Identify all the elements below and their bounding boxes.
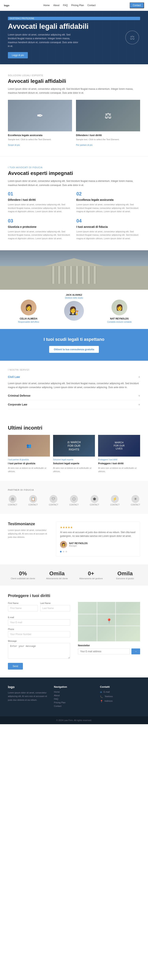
partner-7: ✳ CONTACT: [130, 495, 140, 506]
partner-name-6: CONTACT: [110, 504, 120, 506]
hero-cta-button[interactable]: Leggi di più: [8, 52, 28, 58]
firstname-input[interactable]: [8, 605, 38, 611]
phone-input[interactable]: [8, 631, 70, 638]
service-item-2[interactable]: Criminal Defense ∨: [8, 391, 140, 400]
partner-1: ⚖ CONTACT: [8, 495, 18, 506]
contact-form-grid: First Name Last Name E-mail Phone Messag…: [8, 602, 140, 670]
form-group-email: E-mail: [8, 616, 70, 625]
email-label: E-mail: [8, 616, 70, 619]
service-text-1: Lorem ipsum dolor sit amet, consectetur …: [8, 382, 140, 390]
copyright-text: © 2024 Law Firm. All rights reserved.: [56, 719, 92, 721]
news-image-3: MARCHFOR OURLIVES: [98, 435, 140, 457]
team-card-3: 👩 NAT REYNOLDS Contabile-revisore contab…: [99, 299, 140, 323]
feature-2-text: Lorem ipsum dolor sit amet, consectetur …: [76, 203, 140, 213]
news-text-2: Al vero non ut dolore ex et sollicitudin…: [53, 466, 95, 473]
footer-contact: Contatti ✉ E-mail 📞 Telefono 📍 Indirizzo: [100, 685, 140, 708]
testimonial-dot-3[interactable]: [65, 551, 67, 552]
feature-4-text: Lorem ipsum dolor sit amet, consectetur …: [76, 230, 140, 240]
testimonial-avatar: 👩: [60, 541, 67, 548]
form-submit-button[interactable]: Send: [8, 663, 23, 670]
testimonial-dot-1[interactable]: [60, 551, 62, 552]
court-column-3: [63, 266, 67, 284]
footer-nav-pricing[interactable]: Pricing Plan: [54, 701, 94, 704]
hero-logo-circle: ⚖: [125, 30, 139, 45]
testimonial-author: 👩 NAT REYNOLDS Manager: [60, 541, 136, 548]
email-input[interactable]: [8, 619, 70, 625]
service-item-1[interactable]: Civil Law ∧: [8, 372, 140, 382]
footer-nav-faq[interactable]: FAQ: [54, 698, 94, 700]
partner-6: ⚡ CONTACT: [110, 495, 120, 506]
location-icon: 📍: [100, 700, 103, 703]
partner-name-2: CONTACT: [29, 504, 38, 506]
footer-nav-about[interactable]: About: [54, 694, 94, 697]
form-left: First Name Last Name E-mail Phone Messag…: [8, 602, 70, 670]
message-input[interactable]: [8, 643, 70, 659]
stat-3: 0+ Abbonamento del gestione: [76, 570, 106, 580]
nav-links: Home About FAQ Pricing Plan Contact: [43, 4, 96, 7]
service-description-1: Lorem ipsum dolor sit amet, consectetur …: [8, 382, 140, 391]
nav-faq[interactable]: FAQ: [63, 4, 68, 7]
form-group-firstname: First Name: [8, 602, 38, 611]
feature-1-title: Difendere i tuoi diritti: [8, 198, 72, 201]
form-group-lastname: Last Name: [40, 602, 70, 611]
phone-icon: 📞: [100, 695, 103, 698]
chevron-down-icon-3: ∨: [138, 403, 140, 406]
team-name-3: NAT REYNOLDS: [99, 317, 140, 320]
stat-1: 0% Clienti soddisfatti del cliente: [8, 570, 38, 580]
nav-about[interactable]: About: [53, 4, 59, 7]
footer-contact-heading: Contatti: [100, 685, 140, 688]
feature-4: 04 I tuoi avvocati di fiducia Lorem ipsu…: [76, 218, 140, 240]
partner-icon-6: ⚡: [111, 495, 119, 503]
feature-2-title: Eccellenza legale assicurata: [76, 198, 140, 201]
team-role-1: Responsabile dell'ufficio: [8, 321, 49, 323]
testimonial-dot-2[interactable]: [63, 551, 64, 552]
team-label: I TUOI AVVOCATI DI FIDUCIA: [8, 166, 140, 169]
testimonials-inner: Testimonianze Lorem ipsum dolor sit amet…: [8, 522, 140, 556]
phone-label: Phone: [8, 628, 70, 630]
solution-card-2-link[interactable]: Per parlare di più: [76, 144, 92, 146]
map-inner: 📍: [78, 602, 140, 641]
stat-label-1: Clienti soddisfatti del cliente: [8, 578, 38, 580]
news-card-title-1: I tuoi partner di giustizia: [8, 462, 50, 465]
lastname-input[interactable]: [40, 605, 70, 611]
newsletter-submit-button[interactable]: →: [131, 649, 140, 654]
team-card-2: JACK ALVAREZ Direttore dello studio 👩‍⚖️: [53, 294, 95, 323]
partner-icon-7: ✳: [131, 495, 139, 503]
testimonials-left: Testimonianze Lorem ipsum dolor sit amet…: [8, 522, 50, 556]
footer-phone: 📞 Telefono: [100, 695, 140, 698]
cta-button[interactable]: Ottieni la tua consulenza gratuita: [49, 346, 99, 353]
court-column-2: [57, 266, 61, 284]
testimonials-title: Testimonianze: [8, 522, 50, 526]
map-pin: 📍: [106, 618, 112, 624]
partner-5: ⬟ CONTACT: [90, 495, 99, 506]
contact-form-section: Proteggere i tuoi diritti First Name Las…: [0, 585, 148, 678]
partner-icon-2: 📋: [29, 495, 37, 503]
footer-nav-contact[interactable]: Contact: [54, 705, 94, 707]
hero-title: Avvocati legali affidabili: [8, 22, 140, 30]
nav-pricing[interactable]: Pricing Plan: [71, 4, 84, 7]
partner-3: 🛡 CONTACT: [49, 495, 58, 506]
court-columns-row: [0, 266, 148, 284]
form-name-row: First Name Last Name: [8, 602, 70, 614]
stat-label-3: Abbonamento del gestione: [76, 578, 106, 580]
solution-image-2: ⚖: [76, 100, 140, 131]
newsletter-input-wrap: →: [78, 649, 140, 654]
service-item-3[interactable]: Corporate Law ∨: [8, 400, 140, 409]
newsletter-email-input[interactable]: [78, 649, 130, 654]
partner-icon-4: ⬡: [70, 495, 78, 503]
nav-contact[interactable]: Contact: [88, 4, 95, 7]
news-image-2: ⚖ MARCHFOR OURRIGHTS: [53, 435, 95, 457]
team-grid: 👩 CELIA ALMEDA Responsabile dell'ufficio…: [8, 299, 140, 323]
team-avatar-1: 👩: [21, 299, 37, 315]
footer-description: Lorem ipsum dolor sit amet, consectetur …: [8, 691, 48, 702]
team-features-section: I TUOI AVVOCATI DI FIDUCIA Avvocati espe…: [0, 156, 148, 250]
partner-name-1: CONTACT: [8, 504, 18, 506]
nav-home[interactable]: Home: [43, 4, 50, 7]
stat-4: Omila Esenzione di giustizi: [110, 570, 140, 580]
footer-nav: Navigation Home About FAQ Pricing Plan C…: [54, 685, 94, 708]
feature-2-num: 02: [76, 191, 140, 197]
footer-nav-home[interactable]: Home: [54, 690, 94, 693]
partners-section: Partner di fiducia ⚖ CONTACT 📋 CONTACT 🛡…: [0, 481, 148, 514]
solution-card-1-link[interactable]: Scopri di più: [8, 144, 20, 146]
nav-cta-button[interactable]: Contact: [130, 2, 144, 8]
